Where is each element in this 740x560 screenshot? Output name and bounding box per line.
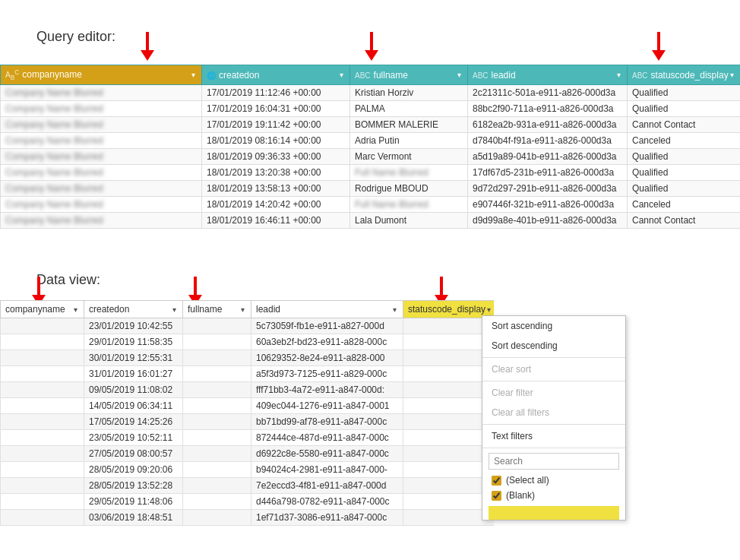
qcell-fullname: PALMA — [350, 101, 468, 117]
menu-clear-all-filters: Clear all filters — [482, 403, 625, 422]
dcell-leadid: 409ec044-1276-e911-a847-0001 — [251, 398, 403, 414]
data-table-row: 23/01/2019 10:42:555c73059f-fb1e-e911-a8… — [1, 318, 495, 334]
data-table-row: 23/05/2019 10:52:11872444ce-487d-e911-a8… — [1, 430, 495, 446]
dth-statuscode-display: statuscode_display ▾ — [403, 301, 495, 318]
dth-leadid-dropdown[interactable]: ▾ — [391, 305, 398, 314]
dth-createdon: createdon ▾ — [84, 301, 183, 318]
query-table-wrapper: ABCcompanyname ▾ 🌐createdon ▾ ABCfullnam… — [0, 65, 740, 229]
dcell-fullname — [183, 430, 251, 446]
arrow-statuscode — [652, 32, 666, 61]
dcell-status — [403, 350, 495, 366]
dcell-leadid: 872444ce-487d-e911-a847-000c — [251, 430, 403, 446]
data-table-row: 28/05/2019 09:20:06b94024c4-2981-e911-a8… — [1, 462, 495, 478]
dth-fullname-dropdown[interactable]: ▾ — [239, 305, 246, 314]
qcell-status: Qualified — [628, 149, 741, 165]
dcell-fullname — [183, 414, 251, 430]
qcell-createdon: 18/01/2019 13:20:38 +00:00 — [202, 165, 350, 181]
qcell-fullname: Rodrigue MBOUD — [350, 181, 468, 197]
menu-clear-sort: Clear sort — [482, 359, 625, 379]
dcell-status — [403, 382, 495, 398]
query-table-row: Company Name Blurred17/01/2019 19:11:42 … — [1, 117, 741, 133]
qcell-status: Cannot Contact — [628, 117, 741, 133]
qcell-createdon: 17/01/2019 16:04:31 +00:00 — [202, 101, 350, 117]
dcell-status — [403, 414, 495, 430]
query-table-row: Company Name Blurred18/01/2019 13:58:13 … — [1, 181, 741, 197]
menu-sort-ascending[interactable]: Sort ascending — [482, 316, 625, 336]
qcell-status: Cannot Contact — [628, 213, 741, 229]
data-table-row: 28/05/2019 13:52:287e2eccd3-4f81-e911-a8… — [1, 478, 495, 494]
dcell-status — [403, 366, 495, 382]
dcell-status — [403, 494, 495, 510]
dcell-fullname — [183, 510, 251, 526]
dcell-companyname — [1, 414, 84, 430]
query-editor-label: Query editor: — [36, 29, 115, 45]
data-table-row: 29/05/2019 11:48:06d446a798-0782-e911-a8… — [1, 494, 495, 510]
dcell-status — [403, 478, 495, 494]
qth-leadid-dropdown[interactable]: ▾ — [615, 71, 622, 79]
dcell-companyname — [1, 494, 84, 510]
dcell-createdon: 28/05/2019 13:52:28 — [84, 478, 183, 494]
dth-statuscode-dropdown[interactable]: ▾ — [485, 305, 492, 314]
dth-createdon-dropdown[interactable]: ▾ — [171, 305, 178, 314]
qcell-fullname: Adria Putin — [350, 133, 468, 149]
menu-text-filters[interactable]: Text filters — [482, 426, 625, 446]
qcell-status: Qualified — [628, 101, 741, 117]
checkbox-blank-input[interactable] — [492, 491, 501, 501]
dth-companyname-dropdown[interactable]: ▾ — [72, 305, 79, 314]
qcell-companyname: Company Name Blurred — [1, 117, 202, 133]
dcell-leadid: bb71bd99-af78-e911-a847-000c — [251, 414, 403, 430]
qcell-createdon: 18/01/2019 09:36:33 +00:00 — [202, 149, 350, 165]
dcell-status — [403, 334, 495, 350]
qth-createdon: 🌐createdon ▾ — [202, 65, 350, 85]
data-table-row: 30/01/2019 12:55:3110629352-8e24-e911-a8… — [1, 350, 495, 366]
dcell-createdon: 23/01/2019 10:42:55 — [84, 318, 183, 334]
qcell-status: Canceled — [628, 133, 741, 149]
dcell-createdon: 27/05/2019 08:00:57 — [84, 446, 183, 462]
dcell-companyname — [1, 510, 84, 526]
qcell-leadid: 6182ea2b-931a-e911-a826-000d3a — [468, 117, 628, 133]
data-table-row: 03/06/2019 18:48:511ef71d37-3086-e911-a8… — [1, 510, 495, 526]
dcell-leadid: d446a798-0782-e911-a847-000c — [251, 494, 403, 510]
dcell-fullname — [183, 318, 251, 334]
qcell-createdon: 17/01/2019 11:12:46 +00:00 — [202, 85, 350, 101]
data-table-row: 17/05/2019 14:25:26bb71bd99-af78-e911-a8… — [1, 414, 495, 430]
qth-createdon-dropdown[interactable]: ▾ — [338, 71, 345, 79]
qcell-companyname: Company Name Blurred — [1, 149, 202, 165]
qth-fullname-dropdown[interactable]: ▾ — [456, 71, 463, 79]
checkbox-select-all-input[interactable] — [492, 476, 501, 486]
dcell-leadid: a5f3d973-7125-e911-a829-000c — [251, 366, 403, 382]
menu-clear-filter: Clear filter — [482, 383, 625, 403]
qcell-companyname: Company Name Blurred — [1, 197, 202, 213]
menu-divider-1 — [482, 357, 625, 358]
qcell-companyname: Company Name Blurred — [1, 165, 202, 181]
qcell-fullname: Kristian Horziv — [350, 85, 468, 101]
yellow-bar — [489, 506, 619, 520]
qcell-fullname: Marc Vermont — [350, 149, 468, 165]
dcell-leadid: 1ef71d37-3086-e911-a847-000c — [251, 510, 403, 526]
qcell-leadid: 88bc2f90-711a-e911-a826-000d3a — [468, 101, 628, 117]
qcell-companyname: Company Name Blurred — [1, 85, 202, 101]
checkbox-select-all[interactable]: (Select all) — [482, 473, 625, 488]
qcell-fullname: Full Name Blurred — [350, 165, 468, 181]
dth-leadid: leadid ▾ — [251, 301, 403, 318]
dcell-fullname — [183, 382, 251, 398]
dcell-createdon: 30/01/2019 12:55:31 — [84, 350, 183, 366]
qcell-companyname: Company Name Blurred — [1, 101, 202, 117]
dcell-leadid: 5c73059f-fb1e-e911-a827-000d — [251, 318, 403, 334]
dth-fullname: fullname ▾ — [183, 301, 251, 318]
qcell-leadid: d9d99a8e-401b-e911-a826-000d3a — [468, 213, 628, 229]
qth-statuscode-dropdown[interactable]: ▾ — [729, 71, 735, 79]
qth-leadid: ABCleadid ▾ — [468, 65, 628, 85]
dcell-fullname — [183, 398, 251, 414]
dcell-fullname — [183, 366, 251, 382]
dcell-companyname — [1, 430, 84, 446]
query-table-row: Company Name Blurred18/01/2019 13:20:38 … — [1, 165, 741, 181]
qth-companyname-dropdown[interactable]: ▾ — [190, 71, 197, 79]
checkbox-blank[interactable]: (Blank) — [482, 488, 625, 503]
dcell-companyname — [1, 382, 84, 398]
filter-search-input[interactable] — [489, 453, 619, 470]
menu-sort-descending[interactable]: Sort descending — [482, 336, 625, 356]
dcell-leadid: 10629352-8e24-e911-a828-000 — [251, 350, 403, 366]
data-table: companyname ▾ createdon ▾ fullname ▾ — [0, 300, 494, 526]
dcell-createdon: 29/05/2019 11:48:06 — [84, 494, 183, 510]
